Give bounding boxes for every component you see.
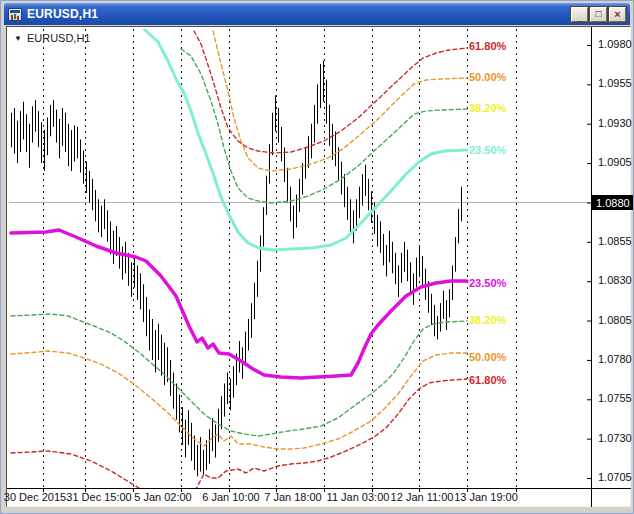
symbol-text: EURUSD,H1 (27, 32, 91, 44)
price-axis-label: 1.0780 (598, 353, 632, 365)
window-controls: _ □ × (571, 7, 626, 22)
symbol-label: ▼ EURUSD,H1 (14, 32, 91, 44)
time-axis-label: 6 Jan 10:00 (202, 491, 260, 503)
price-axis-label: 1.0730 (598, 432, 632, 444)
price-axis-label: 1.0705 (598, 471, 632, 483)
price-axis-label: 1.0805 (598, 314, 632, 326)
fibo-level-label: 61.80% (469, 374, 506, 386)
maximize-button[interactable]: □ (590, 7, 607, 22)
bid-price-value: 1.0880 (596, 197, 630, 209)
time-axis-label: 13 Jan 19:00 (454, 491, 518, 503)
price-axis-label: 1.0930 (598, 117, 632, 129)
close-button[interactable]: × (609, 7, 626, 22)
fibo-level-label: 38.20% (469, 102, 506, 114)
price-axis-label: 1.0980 (598, 38, 632, 50)
fibo-level-label: 23.50% (469, 277, 506, 289)
fibo-level-label: 50.00% (469, 71, 506, 83)
chart-icon (8, 8, 22, 21)
minimize-button[interactable]: _ (571, 7, 588, 22)
minimize-icon: _ (577, 12, 583, 22)
time-axis-label: 11 Jan 03:00 (327, 491, 390, 503)
bid-price-box: 1.0880 (592, 195, 634, 210)
price-axis-label: 1.0905 (598, 156, 632, 168)
fibo-level-label: 38.20% (469, 314, 506, 326)
time-axis-label: 30 Dec 2015 (4, 491, 66, 503)
fibo-level-label: 50.00% (469, 351, 506, 363)
price-axis-label: 1.0755 (598, 392, 632, 404)
price-axis-label: 1.0830 (598, 274, 632, 286)
price-axis-label: 1.0955 (598, 77, 632, 89)
chart-window: EURUSD,H1 _ □ × ▼ EURUSD,H1 1.09801.0955… (0, 0, 634, 514)
chart-plot[interactable] (9, 29, 591, 488)
title-bar[interactable]: EURUSD,H1 _ □ × (4, 3, 630, 25)
time-axis-label: 31 Dec 15:00 (66, 491, 131, 503)
chevron-down-icon[interactable]: ▼ (14, 34, 22, 43)
fibo-level-label: 23.50% (469, 144, 506, 156)
fibo-level-label: 61.80% (469, 40, 506, 52)
price-axis-label: 1.0855 (598, 235, 632, 247)
close-icon: × (614, 9, 620, 20)
maximize-icon: □ (595, 9, 601, 19)
time-axis-label: 7 Jan 18:00 (264, 491, 322, 503)
time-axis-label: 5 Jan 02:00 (134, 491, 192, 503)
window-title: EURUSD,H1 (27, 7, 98, 21)
time-axis-label: 12 Jan 11:00 (391, 491, 454, 503)
